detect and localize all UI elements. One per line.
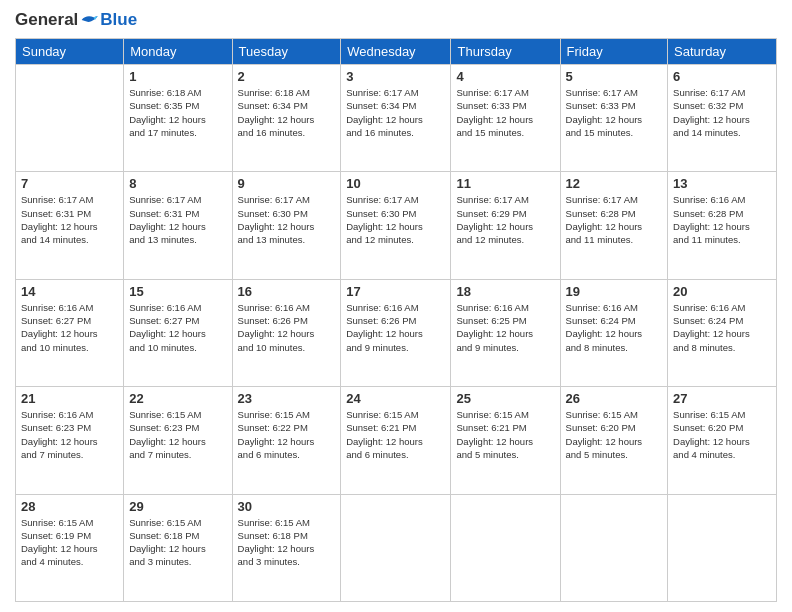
day-number: 12	[566, 176, 663, 191]
calendar-cell: 19Sunrise: 6:16 AM Sunset: 6:24 PM Dayli…	[560, 279, 668, 386]
day-number: 28	[21, 499, 118, 514]
day-number: 22	[129, 391, 226, 406]
day-number: 24	[346, 391, 445, 406]
day-number: 11	[456, 176, 554, 191]
calendar-cell: 26Sunrise: 6:15 AM Sunset: 6:20 PM Dayli…	[560, 387, 668, 494]
calendar-cell	[341, 494, 451, 601]
day-number: 6	[673, 69, 771, 84]
calendar-cell: 29Sunrise: 6:15 AM Sunset: 6:18 PM Dayli…	[124, 494, 232, 601]
day-number: 20	[673, 284, 771, 299]
calendar-cell: 4Sunrise: 6:17 AM Sunset: 6:33 PM Daylig…	[451, 65, 560, 172]
day-number: 21	[21, 391, 118, 406]
calendar-cell: 27Sunrise: 6:15 AM Sunset: 6:20 PM Dayli…	[668, 387, 777, 494]
page: General Blue SundayMondayTuesdayWednesda…	[0, 0, 792, 612]
day-number: 29	[129, 499, 226, 514]
day-info: Sunrise: 6:16 AM Sunset: 6:26 PM Dayligh…	[346, 301, 445, 354]
calendar-day-header: Saturday	[668, 39, 777, 65]
calendar-day-header: Thursday	[451, 39, 560, 65]
calendar-cell: 23Sunrise: 6:15 AM Sunset: 6:22 PM Dayli…	[232, 387, 341, 494]
calendar-cell: 12Sunrise: 6:17 AM Sunset: 6:28 PM Dayli…	[560, 172, 668, 279]
calendar-cell: 20Sunrise: 6:16 AM Sunset: 6:24 PM Dayli…	[668, 279, 777, 386]
calendar-day-header: Monday	[124, 39, 232, 65]
day-number: 9	[238, 176, 336, 191]
day-info: Sunrise: 6:15 AM Sunset: 6:18 PM Dayligh…	[238, 516, 336, 569]
calendar-week-row: 21Sunrise: 6:16 AM Sunset: 6:23 PM Dayli…	[16, 387, 777, 494]
day-number: 25	[456, 391, 554, 406]
calendar-header-row: SundayMondayTuesdayWednesdayThursdayFrid…	[16, 39, 777, 65]
day-number: 15	[129, 284, 226, 299]
day-info: Sunrise: 6:17 AM Sunset: 6:30 PM Dayligh…	[238, 193, 336, 246]
calendar-cell: 30Sunrise: 6:15 AM Sunset: 6:18 PM Dayli…	[232, 494, 341, 601]
day-info: Sunrise: 6:17 AM Sunset: 6:33 PM Dayligh…	[456, 86, 554, 139]
calendar-cell: 10Sunrise: 6:17 AM Sunset: 6:30 PM Dayli…	[341, 172, 451, 279]
day-number: 13	[673, 176, 771, 191]
day-info: Sunrise: 6:15 AM Sunset: 6:19 PM Dayligh…	[21, 516, 118, 569]
calendar-cell	[560, 494, 668, 601]
day-info: Sunrise: 6:17 AM Sunset: 6:31 PM Dayligh…	[21, 193, 118, 246]
day-info: Sunrise: 6:16 AM Sunset: 6:26 PM Dayligh…	[238, 301, 336, 354]
calendar-cell: 13Sunrise: 6:16 AM Sunset: 6:28 PM Dayli…	[668, 172, 777, 279]
calendar-cell: 11Sunrise: 6:17 AM Sunset: 6:29 PM Dayli…	[451, 172, 560, 279]
day-number: 16	[238, 284, 336, 299]
day-number: 2	[238, 69, 336, 84]
calendar-cell: 25Sunrise: 6:15 AM Sunset: 6:21 PM Dayli…	[451, 387, 560, 494]
day-number: 17	[346, 284, 445, 299]
day-number: 18	[456, 284, 554, 299]
calendar-cell: 24Sunrise: 6:15 AM Sunset: 6:21 PM Dayli…	[341, 387, 451, 494]
calendar-table: SundayMondayTuesdayWednesdayThursdayFrid…	[15, 38, 777, 602]
calendar-cell: 22Sunrise: 6:15 AM Sunset: 6:23 PM Dayli…	[124, 387, 232, 494]
calendar-cell	[668, 494, 777, 601]
calendar-cell: 1Sunrise: 6:18 AM Sunset: 6:35 PM Daylig…	[124, 65, 232, 172]
day-number: 4	[456, 69, 554, 84]
day-info: Sunrise: 6:16 AM Sunset: 6:24 PM Dayligh…	[566, 301, 663, 354]
day-info: Sunrise: 6:16 AM Sunset: 6:27 PM Dayligh…	[129, 301, 226, 354]
calendar-cell: 3Sunrise: 6:17 AM Sunset: 6:34 PM Daylig…	[341, 65, 451, 172]
calendar-cell: 15Sunrise: 6:16 AM Sunset: 6:27 PM Dayli…	[124, 279, 232, 386]
day-info: Sunrise: 6:16 AM Sunset: 6:28 PM Dayligh…	[673, 193, 771, 246]
calendar-cell: 21Sunrise: 6:16 AM Sunset: 6:23 PM Dayli…	[16, 387, 124, 494]
calendar-week-row: 14Sunrise: 6:16 AM Sunset: 6:27 PM Dayli…	[16, 279, 777, 386]
day-info: Sunrise: 6:15 AM Sunset: 6:21 PM Dayligh…	[456, 408, 554, 461]
day-info: Sunrise: 6:18 AM Sunset: 6:35 PM Dayligh…	[129, 86, 226, 139]
calendar-cell: 28Sunrise: 6:15 AM Sunset: 6:19 PM Dayli…	[16, 494, 124, 601]
day-number: 5	[566, 69, 663, 84]
day-number: 19	[566, 284, 663, 299]
day-number: 30	[238, 499, 336, 514]
day-number: 8	[129, 176, 226, 191]
day-info: Sunrise: 6:17 AM Sunset: 6:33 PM Dayligh…	[566, 86, 663, 139]
logo-blue: Blue	[100, 10, 137, 30]
calendar-day-header: Friday	[560, 39, 668, 65]
calendar-week-row: 1Sunrise: 6:18 AM Sunset: 6:35 PM Daylig…	[16, 65, 777, 172]
day-info: Sunrise: 6:16 AM Sunset: 6:24 PM Dayligh…	[673, 301, 771, 354]
logo-bird-icon	[79, 12, 99, 28]
calendar-day-header: Wednesday	[341, 39, 451, 65]
day-number: 1	[129, 69, 226, 84]
day-info: Sunrise: 6:18 AM Sunset: 6:34 PM Dayligh…	[238, 86, 336, 139]
day-info: Sunrise: 6:16 AM Sunset: 6:27 PM Dayligh…	[21, 301, 118, 354]
calendar-cell: 6Sunrise: 6:17 AM Sunset: 6:32 PM Daylig…	[668, 65, 777, 172]
calendar-week-row: 28Sunrise: 6:15 AM Sunset: 6:19 PM Dayli…	[16, 494, 777, 601]
day-info: Sunrise: 6:15 AM Sunset: 6:20 PM Dayligh…	[566, 408, 663, 461]
calendar-cell: 16Sunrise: 6:16 AM Sunset: 6:26 PM Dayli…	[232, 279, 341, 386]
calendar-cell	[16, 65, 124, 172]
calendar-day-header: Tuesday	[232, 39, 341, 65]
calendar-cell: 9Sunrise: 6:17 AM Sunset: 6:30 PM Daylig…	[232, 172, 341, 279]
calendar-cell: 8Sunrise: 6:17 AM Sunset: 6:31 PM Daylig…	[124, 172, 232, 279]
day-info: Sunrise: 6:15 AM Sunset: 6:22 PM Dayligh…	[238, 408, 336, 461]
day-info: Sunrise: 6:15 AM Sunset: 6:21 PM Dayligh…	[346, 408, 445, 461]
day-number: 14	[21, 284, 118, 299]
calendar-cell: 2Sunrise: 6:18 AM Sunset: 6:34 PM Daylig…	[232, 65, 341, 172]
calendar-day-header: Sunday	[16, 39, 124, 65]
day-number: 26	[566, 391, 663, 406]
logo: General Blue	[15, 10, 137, 30]
day-number: 3	[346, 69, 445, 84]
day-info: Sunrise: 6:17 AM Sunset: 6:32 PM Dayligh…	[673, 86, 771, 139]
day-number: 7	[21, 176, 118, 191]
day-info: Sunrise: 6:17 AM Sunset: 6:34 PM Dayligh…	[346, 86, 445, 139]
calendar-cell: 14Sunrise: 6:16 AM Sunset: 6:27 PM Dayli…	[16, 279, 124, 386]
day-number: 10	[346, 176, 445, 191]
day-info: Sunrise: 6:17 AM Sunset: 6:30 PM Dayligh…	[346, 193, 445, 246]
day-number: 23	[238, 391, 336, 406]
day-info: Sunrise: 6:17 AM Sunset: 6:28 PM Dayligh…	[566, 193, 663, 246]
day-info: Sunrise: 6:16 AM Sunset: 6:25 PM Dayligh…	[456, 301, 554, 354]
